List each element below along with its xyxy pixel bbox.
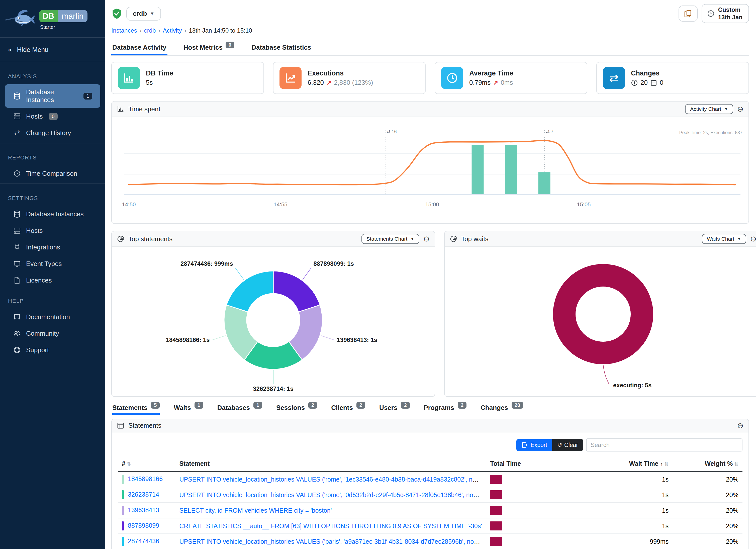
support-icon [13, 346, 21, 354]
sidebar-item-database-instances[interactable]: Database Instances [5, 206, 100, 222]
sidebar-item-event-types[interactable]: Event Types [5, 256, 100, 272]
clear-button[interactable]: ↺ Clear [552, 439, 583, 451]
change-marker-label[interactable]: ⇄ 7 [546, 129, 553, 134]
clock-icon [13, 169, 21, 177]
statement-color-chip [122, 537, 124, 546]
tab-database-statistics[interactable]: Database Statistics [250, 40, 312, 55]
collapse-panel-icon[interactable]: ⊖ [423, 235, 430, 243]
sidebar-nav: ANALYSISDatabase Instances1Hosts0⇄Change… [0, 60, 105, 358]
app-window: DBmarlin Starter « Hide Menu ANALYSISDat… [0, 0, 756, 549]
statement-color-chip [122, 506, 124, 515]
sidebar-item-support[interactable]: Support [5, 342, 100, 358]
col-header-total-time[interactable]: Total Time [486, 456, 560, 471]
tab-host-metrics[interactable]: Host Metrics0 [182, 40, 235, 55]
sidebar-item-time-comparison[interactable]: Time Comparison [5, 165, 100, 181]
collapse-panel-icon[interactable]: ⊖ [737, 105, 743, 113]
col-header-wait-time[interactable]: Wait Time↑⇅ [560, 456, 673, 471]
statement-id-link[interactable]: 1845898166 [128, 475, 163, 482]
executions-bar [538, 172, 550, 194]
table-icon [117, 422, 124, 429]
donut-slice-287474436[interactable] [227, 271, 273, 312]
statement-id-link[interactable]: 287474436 [128, 537, 159, 544]
copy-link-button[interactable] [679, 6, 698, 22]
edition-label: Starter [40, 24, 87, 30]
tab-databases[interactable]: Databases1 [217, 404, 262, 415]
time-range-button[interactable]: Custom 13th Jan [702, 4, 749, 23]
main-content: crdb ▼ Custom 13th Jan Instances›crdb›Ac… [105, 0, 756, 549]
bar-chart-icon [117, 105, 124, 113]
hide-menu-button[interactable]: « Hide Menu [0, 40, 105, 60]
donut-slice-887898099[interactable] [273, 271, 320, 312]
statement-text-link[interactable]: UPSERT INTO vehicle_location_histories V… [179, 491, 486, 498]
sidebar-item-change-history[interactable]: ⇄Change History [5, 125, 100, 141]
sidebar-divider [0, 62, 105, 62]
top-statements-donut[interactable]: 887898099: 1s139638413: 1s326238714: 1s1… [115, 249, 432, 395]
activity-chart[interactable]: ⇄ 16⇄ 714:5014:5515:0015:05 [115, 119, 744, 220]
tab-waits[interactable]: Waits1 [174, 404, 203, 415]
col-header-statement[interactable]: Statement [175, 456, 486, 471]
sidebar-item-label: Support [26, 346, 49, 354]
statement-text-link[interactable]: SELECT city, id FROM vehicles WHERE city… [179, 507, 332, 514]
top-statements-panel: Top statements Statements Chart▼ ⊖ 88789… [111, 231, 435, 397]
sidebar-section-settings: SETTINGS [0, 186, 105, 206]
statement-text-link[interactable]: UPSERT INTO vehicle_location_histories V… [179, 476, 486, 483]
sidebar-item-integrations[interactable]: Integrations [5, 239, 100, 255]
tab-programs[interactable]: Programs2 [424, 404, 467, 415]
weight-value: 20% [673, 471, 742, 487]
sidebar: DBmarlin Starter « Hide Menu ANALYSISDat… [0, 0, 105, 549]
breadcrumb-activity[interactable]: Activity [163, 27, 182, 34]
statement-id-link[interactable]: 326238714 [128, 491, 159, 498]
wait-time-value: 999ms [560, 534, 673, 549]
statement-text-link[interactable]: CREATE STATISTICS __auto__ FROM [63] WIT… [179, 522, 482, 529]
tab-statements[interactable]: Statements5 [112, 404, 160, 415]
time-range-mode: Custom [718, 6, 740, 13]
col-header-id[interactable]: #⇅ [118, 456, 175, 471]
sidebar-item-licences[interactable]: Licences [5, 272, 100, 288]
x-axis-tick: 14:55 [273, 201, 287, 208]
sidebar-item-documentation[interactable]: Documentation [5, 309, 100, 325]
sidebar-item-hosts[interactable]: Hosts [5, 223, 100, 239]
hide-menu-label: Hide Menu [17, 46, 49, 54]
db-time-icon [118, 67, 140, 89]
collapse-panel-icon[interactable]: ⊖ [750, 235, 756, 243]
tab-changes[interactable]: Changes20 [481, 404, 523, 415]
tab-database-activity[interactable]: Database Activity [111, 40, 167, 55]
sidebar-item-label: Community [26, 330, 59, 337]
top-waits-donut[interactable]: executing: 5s [448, 249, 756, 395]
collapse-panel-icon[interactable]: ⊖ [737, 422, 743, 429]
statements-chart-select[interactable]: Statements Chart▼ [361, 234, 419, 244]
sidebar-item-database-instances[interactable]: Database Instances1 [5, 84, 100, 108]
sidebar-item-label: Hosts [26, 113, 43, 120]
server-icon [13, 227, 21, 235]
statement-id-link[interactable]: 139638413 [128, 506, 159, 513]
table-row: 887898099CREATE STATISTICS __auto__ FROM… [118, 518, 742, 534]
breadcrumb-13th-jan-14-50-to-15-10: 13th Jan 14:50 to 15:10 [189, 27, 252, 34]
total-time-bar [490, 475, 502, 484]
waits-chart-select[interactable]: Waits Chart▼ [702, 234, 746, 244]
activity-chart-select[interactable]: Activity Chart▼ [685, 104, 733, 114]
donut-slice-label: 887898099: 1s [313, 260, 354, 267]
trend-up-icon: ↗ [326, 79, 331, 86]
sidebar-item-community[interactable]: Community [5, 325, 100, 341]
weight-value: 20% [673, 487, 742, 503]
weight-value: 20% [673, 534, 742, 549]
change-marker-label[interactable]: ⇄ 16 [387, 129, 397, 134]
donut-slice-label: 287474436: 999ms [180, 260, 233, 267]
sidebar-item-label: Change History [26, 129, 71, 137]
table-row: 1845898166UPSERT INTO vehicle_location_h… [118, 471, 742, 487]
search-input[interactable] [586, 438, 742, 451]
statement-id-link[interactable]: 887898099 [128, 522, 159, 529]
breadcrumb-instances[interactable]: Instances [111, 27, 137, 34]
instance-selector[interactable]: crdb ▼ [126, 7, 161, 21]
sidebar-item-hosts[interactable]: Hosts0 [5, 108, 100, 124]
export-button[interactable]: Export [516, 439, 552, 451]
card-db-time: DB Time 5s [111, 62, 264, 94]
db-time-line [129, 141, 735, 185]
metric-cards: DB Time 5s Executions 6,320 ↗ 2,830 (123… [111, 62, 749, 94]
tab-clients[interactable]: Clients2 [331, 404, 365, 415]
tab-sessions[interactable]: Sessions2 [276, 404, 317, 415]
breadcrumb-crdb[interactable]: crdb [144, 27, 156, 34]
tab-users[interactable]: Users2 [379, 404, 410, 415]
statement-text-link[interactable]: UPSERT INTO vehicle_location_histories V… [179, 538, 486, 545]
col-header-weight[interactable]: Weight %⇅ [673, 456, 742, 471]
